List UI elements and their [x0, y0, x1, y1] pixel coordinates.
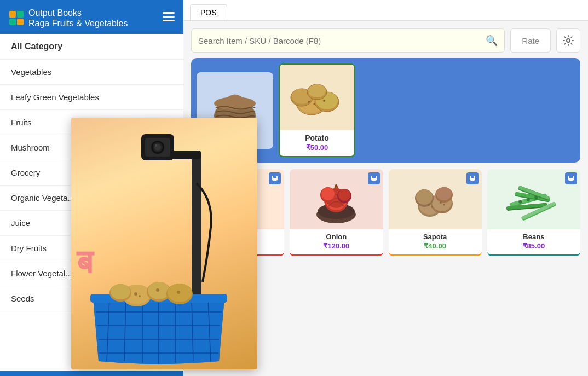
- save-badge-sapota: [466, 172, 479, 184]
- svg-point-85: [139, 295, 141, 297]
- save-badge-carrot: [269, 172, 281, 184]
- svg-point-84: [134, 292, 137, 296]
- svg-rect-0: [9, 11, 16, 18]
- onion-price: ₹120.00: [290, 242, 383, 254]
- sapota-image: [408, 172, 463, 227]
- camera-bg: ब: [71, 118, 257, 369]
- search-icon: 🔍: [486, 34, 498, 47]
- potato-name: Potato: [280, 130, 354, 143]
- svg-point-20: [323, 100, 325, 102]
- svg-rect-4: [163, 12, 175, 14]
- beans-name: Beans: [487, 229, 580, 242]
- store-bg-text: ब: [77, 244, 93, 281]
- nav-item-vegetables[interactable]: Vegetables: [0, 60, 183, 85]
- svg-point-45: [416, 189, 433, 205]
- search-bar-row: 🔍 Rate: [183, 21, 588, 58]
- svg-rect-3: [17, 19, 24, 25]
- onion-name: Onion: [290, 229, 383, 242]
- product-card-onion[interactable]: Onion ₹120.00: [290, 169, 383, 256]
- potato-image: [284, 70, 350, 125]
- sidebar-header: Output Books Raga Fruits & Vegetables: [0, 0, 183, 34]
- svg-point-73: [155, 144, 157, 147]
- beans-image: [504, 172, 564, 227]
- blue-basket-svg: [88, 276, 230, 369]
- svg-point-49: [431, 206, 433, 208]
- svg-rect-5: [163, 16, 175, 18]
- app-logo: Output Books Raga Fruits & Vegetables: [9, 8, 128, 28]
- logo-icon: [9, 10, 24, 26]
- svg-rect-1: [17, 11, 24, 18]
- rate-button[interactable]: Rate: [510, 28, 551, 53]
- potato-price: ₹50.00: [280, 143, 354, 156]
- product-card-sapota[interactable]: Sapota ₹40.00: [389, 169, 482, 256]
- svg-point-18: [308, 101, 310, 103]
- svg-rect-21: [273, 176, 276, 178]
- hamburger-icon[interactable]: [163, 12, 175, 25]
- svg-point-50: [440, 201, 442, 204]
- svg-rect-39: [471, 176, 474, 178]
- sapota-name: Sapota: [389, 229, 482, 242]
- onion-image: [309, 172, 364, 227]
- app-name: Output Books: [28, 8, 128, 18]
- svg-point-38: [338, 189, 350, 201]
- svg-point-86: [156, 288, 159, 292]
- store-name: Raga Fruits & Vegetables: [28, 18, 128, 28]
- search-input[interactable]: [198, 36, 486, 45]
- svg-point-19: [314, 103, 315, 105]
- nav-item-leafy[interactable]: Leafy Green Vegetables: [0, 85, 183, 110]
- product-card-potato[interactable]: Potato ₹50.00: [279, 63, 355, 157]
- svg-point-36: [321, 187, 335, 200]
- camera-overlay: ब: [71, 118, 257, 369]
- svg-point-48: [428, 204, 430, 206]
- svg-point-17: [308, 84, 326, 97]
- svg-point-7: [567, 39, 570, 42]
- search-wrapper: 🔍: [191, 28, 505, 53]
- svg-rect-52: [569, 176, 573, 178]
- svg-point-87: [177, 291, 180, 294]
- sapota-price: ₹40.00: [389, 242, 482, 254]
- beans-price: ₹85.00: [487, 242, 580, 254]
- svg-rect-6: [163, 20, 175, 21]
- save-badge-onion: [368, 172, 380, 184]
- tab-pos[interactable]: POS: [190, 4, 227, 20]
- tab-bar: POS: [183, 0, 588, 21]
- svg-rect-28: [372, 176, 376, 178]
- product-card-beans[interactable]: Beans ₹85.00: [487, 169, 580, 256]
- svg-rect-2: [9, 19, 16, 25]
- svg-point-83: [111, 284, 130, 299]
- svg-point-47: [436, 187, 452, 200]
- app-title: Output Books Raga Fruits & Vegetables: [28, 8, 128, 28]
- svg-point-51: [443, 204, 445, 206]
- save-badge-beans: [565, 172, 577, 184]
- settings-button[interactable]: [556, 28, 580, 53]
- nav-item-all[interactable]: All Category: [0, 34, 183, 60]
